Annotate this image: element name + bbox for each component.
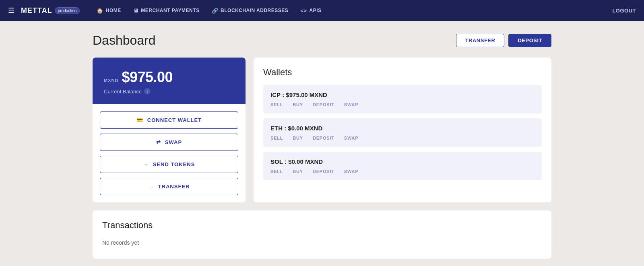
send-tokens-label: SEND TOKENS — [153, 161, 195, 167]
wallet-sol-actions: SELL BUY DEPOSIT SWAP — [270, 169, 535, 174]
wallets-title: Wallets — [263, 67, 542, 78]
nav-apis[interactable]: <> APIS — [295, 5, 326, 16]
merchant-icon: 🖥 — [133, 8, 139, 14]
balance-label: Current Balance i — [104, 88, 234, 95]
menu-icon[interactable]: ☰ — [8, 6, 14, 15]
swap-label: SWAP — [165, 139, 182, 145]
page-header: Dashboard TRANSFER DEPOSIT — [93, 33, 551, 48]
home-icon: 🏠 — [97, 8, 103, 14]
wallet-item-sol: SOL : $0.00 MXND SELL BUY DEPOSIT SWAP — [263, 152, 542, 180]
eth-sell-button[interactable]: SELL — [270, 136, 283, 140]
wallet-eth-actions: SELL BUY DEPOSIT SWAP — [270, 136, 535, 140]
wallet-item-eth: ETH : $0.00 MXND SELL BUY DEPOSIT SWAP — [263, 118, 542, 147]
balance-label-text: Current Balance — [104, 89, 142, 95]
balance-amount: $975.00 — [122, 69, 173, 86]
balance-card: MXND $975.00 Current Balance i — [93, 58, 246, 104]
sol-sell-button[interactable]: SELL — [270, 169, 283, 174]
eth-buy-button[interactable]: BUY — [293, 136, 303, 140]
swap-button[interactable]: ⇄ SWAP — [100, 134, 238, 151]
transfer-label: TRANSFER — [158, 184, 190, 190]
wallet-icp-name-amount: ICP : $975.00 MXND — [270, 91, 535, 98]
sol-swap-button[interactable]: SWAP — [344, 169, 359, 174]
eth-swap-button[interactable]: SWAP — [344, 136, 359, 140]
send-tokens-button[interactable]: → SEND TOKENS — [100, 156, 238, 173]
icp-sell-button[interactable]: SELL — [270, 102, 283, 107]
dashboard-grid: MXND $975.00 Current Balance i 💳 CONNECT… — [93, 58, 551, 202]
wallet-sol-name: SOL : $0.00 MXND — [270, 158, 323, 165]
main-content: Dashboard TRANSFER DEPOSIT MXND $975.00 … — [85, 21, 559, 266]
brand-name: METTAL — [21, 6, 52, 15]
brand: METTAL production — [21, 6, 80, 15]
nav-merchant-label: MERCHANT PAYMENTS — [141, 8, 199, 13]
page-title: Dashboard — [93, 33, 156, 48]
nav-apis-label: APIS — [309, 8, 321, 13]
wallet-eth-name: ETH : $0.00 MXND — [270, 125, 322, 132]
header-transfer-button[interactable]: TRANSFER — [456, 34, 505, 47]
info-icon[interactable]: i — [144, 88, 151, 95]
connect-wallet-icon: 💳 — [136, 117, 143, 123]
header-actions: TRANSFER DEPOSIT — [456, 34, 551, 47]
left-panel: MXND $975.00 Current Balance i 💳 CONNECT… — [93, 58, 246, 202]
navbar: ☰ METTAL production 🏠 HOME 🖥 MERCHANT PA… — [0, 0, 644, 21]
swap-icon: ⇄ — [156, 139, 161, 145]
nav-merchant-payments[interactable]: 🖥 MERCHANT PAYMENTS — [128, 5, 204, 16]
no-records-message: No records yet — [102, 236, 542, 249]
transfer-button[interactable]: → TRANSFER — [100, 178, 238, 195]
icp-swap-button[interactable]: SWAP — [344, 102, 359, 107]
transactions-panel: Transactions No records yet — [93, 210, 551, 259]
nav-home-label: HOME — [106, 8, 121, 13]
brand-badge: production — [55, 7, 80, 14]
connect-wallet-label: CONNECT WALLET — [147, 117, 202, 123]
icp-deposit-button[interactable]: DEPOSIT — [313, 102, 334, 107]
action-buttons: 💳 CONNECT WALLET ⇄ SWAP → SEND TOKENS → … — [93, 104, 246, 202]
header-deposit-button[interactable]: DEPOSIT — [508, 34, 551, 47]
eth-deposit-button[interactable]: DEPOSIT — [313, 136, 334, 140]
wallets-panel: Wallets ICP : $975.00 MXND SELL BUY DEPO… — [254, 58, 551, 202]
nav-home[interactable]: 🏠 HOME — [92, 5, 126, 16]
icp-buy-button[interactable]: BUY — [293, 102, 303, 107]
sol-buy-button[interactable]: BUY — [293, 169, 303, 174]
nav-links: 🏠 HOME 🖥 MERCHANT PAYMENTS 🔗 BLOCKCHAIN … — [92, 5, 612, 16]
nav-blockchain-label: BLOCKCHAIN ADDRESSES — [221, 8, 288, 13]
logout-button[interactable]: LOGOUT — [612, 8, 636, 14]
wallet-sol-name-amount: SOL : $0.00 MXND — [270, 158, 535, 165]
transactions-title: Transactions — [102, 220, 542, 231]
sol-deposit-button[interactable]: DEPOSIT — [313, 169, 334, 174]
send-tokens-icon: → — [143, 161, 149, 167]
apis-icon: <> — [300, 8, 307, 14]
connect-wallet-button[interactable]: 💳 CONNECT WALLET — [100, 111, 238, 129]
blockchain-icon: 🔗 — [212, 8, 219, 14]
wallet-eth-name-amount: ETH : $0.00 MXND — [270, 125, 535, 132]
transfer-icon: → — [149, 184, 154, 190]
nav-blockchain-addresses[interactable]: 🔗 BLOCKCHAIN ADDRESSES — [207, 5, 293, 16]
wallet-icp-actions: SELL BUY DEPOSIT SWAP — [270, 102, 535, 107]
wallet-item-icp: ICP : $975.00 MXND SELL BUY DEPOSIT SWAP — [263, 85, 542, 113]
wallet-icp-name: ICP : $975.00 MXND — [270, 91, 327, 98]
balance-currency: MXND — [104, 78, 118, 83]
